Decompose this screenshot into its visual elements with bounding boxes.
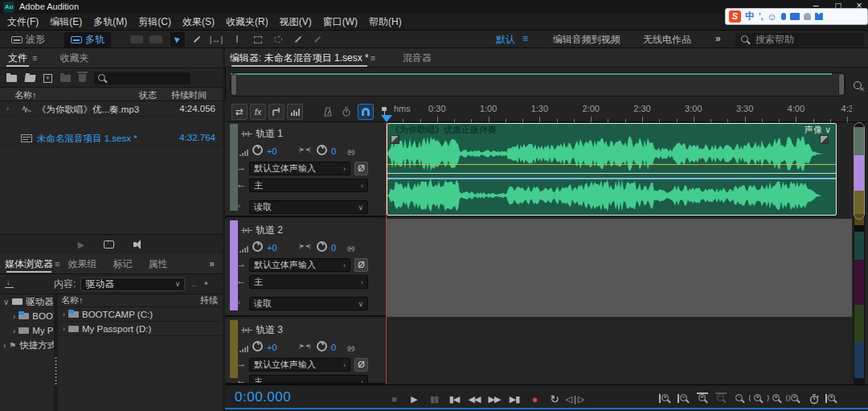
menu-item-7[interactable]: 视图(V) (274, 15, 317, 29)
phase-invert-button[interactable]: Ø (354, 358, 368, 372)
navigator-zoom-icon[interactable] (850, 78, 863, 91)
open-file-icon[interactable] (6, 75, 17, 82)
loop-playback-button[interactable]: ↻ (546, 392, 563, 406)
fx-button[interactable]: fx (250, 104, 266, 120)
play-button[interactable]: ▶ (405, 392, 423, 406)
paintbrush-selection-tool[interactable] (291, 32, 305, 47)
tab-effects-rack[interactable]: 效果组 (59, 254, 104, 273)
pan-value[interactable]: 0 (331, 146, 336, 156)
drive-chevron-icon[interactable]: › (63, 325, 65, 333)
automation-expand-icon[interactable]: › (238, 298, 240, 306)
skip-to-start-button[interactable]: ▮◀ (445, 392, 463, 406)
slip-tool[interactable]: |↔| (209, 32, 223, 47)
tab-editor[interactable]: 编辑器: 未命名混音项目 1.sesx * (225, 48, 374, 68)
track-3-lane[interactable] (386, 319, 852, 384)
metronome-button[interactable] (320, 104, 336, 120)
file-row[interactable]: 未命名混音项目 1.sesx *4:32.764 (0, 131, 223, 146)
tab-markers[interactable]: 标记 (104, 254, 140, 273)
time-display[interactable]: 0:00.000 (235, 389, 291, 405)
zoom-in-left-edge-button[interactable]: +⟨ (753, 393, 768, 406)
timeline-ruler[interactable]: hms 0:301:001:302:002:303:003:304:004:3 (386, 101, 852, 122)
tree-item[interactable]: ›My Passport (D:) (0, 323, 54, 338)
track-2-header[interactable]: 轨道 2MSRI+0|►◄|0((•))→默认立体声输入›Ø←主››读取∨ (225, 219, 386, 317)
menu-item-4[interactable]: 剪辑(C) (133, 15, 177, 29)
bus-routing-button[interactable] (268, 104, 285, 120)
keyboard-icon[interactable] (790, 13, 800, 20)
zoom-in-time-button[interactable]: + (661, 393, 675, 406)
zoom-out-time-button[interactable]: − (679, 393, 694, 406)
stop-button[interactable]: ■ (385, 392, 403, 406)
tree-chevron-icon[interactable]: › (13, 327, 15, 335)
volume-value[interactable]: +0 (267, 243, 277, 253)
clip-gain-icon[interactable]: ılı (390, 204, 397, 212)
track-name[interactable]: 轨道 1 (256, 127, 283, 141)
lasso-selection-tool[interactable] (271, 32, 285, 47)
track-2-automation-mode-select[interactable]: 读取∨ (249, 297, 368, 310)
volume-envelope-line[interactable] (387, 164, 836, 165)
menu-item-8[interactable]: 窗口(W) (317, 15, 363, 29)
auto-play-speaker-button[interactable] (133, 240, 145, 249)
volume-value[interactable]: +0 (267, 343, 277, 352)
zoom-in-selection-button[interactable]: + (698, 393, 712, 406)
automation-expand-icon[interactable]: › (238, 202, 240, 210)
menu-item-3[interactable]: 多轨(M) (88, 15, 133, 29)
files-search-field[interactable] (94, 72, 190, 84)
tab-properties[interactable]: 属性 (140, 254, 175, 273)
skin-icon[interactable] (815, 13, 823, 20)
spot-healing-brush-tool[interactable] (310, 32, 325, 47)
pan-value[interactable]: 0 (331, 343, 336, 352)
track-1-input-select[interactable]: 默认立体声输入› (249, 162, 350, 175)
rewind-button[interactable]: ◀◀ (465, 392, 483, 406)
fast-forward-button[interactable]: ▶▶ (485, 392, 503, 406)
files-column-headers[interactable]: 名称↑ 状态 持续时间 (0, 88, 223, 101)
zoom-to-selection-button[interactable]: +⟨⟩ (790, 393, 805, 406)
track-1-output-select[interactable]: 主› (249, 179, 368, 192)
navigator-right-handle[interactable] (838, 73, 845, 96)
track-3-header[interactable]: 轨道 3MSRI+0|►◄|0((•))→默认立体声输入›Ø←主› (225, 319, 386, 384)
tree-item[interactable]: ∨驱动器 (0, 294, 54, 309)
workspace-edit-audio-video[interactable]: 编辑音频到视频 (553, 33, 620, 47)
import-download-icon[interactable] (5, 280, 14, 288)
workspace-default[interactable]: 默认 (496, 33, 515, 47)
tree-item[interactable]: ›BOOTCAMP (C:) (0, 309, 54, 323)
razor-tool[interactable] (190, 32, 204, 47)
zoom-reset-button[interactable]: · (735, 393, 749, 406)
sogou-logo-icon[interactable]: S (729, 10, 741, 23)
navigator-left-handle[interactable] (231, 73, 237, 96)
tab-files[interactable]: 文件 (0, 48, 35, 68)
drive-row[interactable]: ›BOOTCAMP (C:) (58, 307, 223, 322)
menu-item-5[interactable]: 效果(S) (177, 15, 220, 29)
menu-item-2[interactable]: 编辑(E) (44, 15, 88, 29)
volume-knob[interactable] (252, 145, 263, 155)
menu-item-6[interactable]: 收藏夹(R) (220, 15, 274, 29)
zoom-vertical-button[interactable]: + (827, 393, 841, 406)
mic-icon[interactable] (781, 13, 786, 20)
snap-button[interactable] (358, 104, 374, 120)
tab-favorites[interactable]: 收藏夹 (51, 48, 96, 68)
marquee-selection-tool[interactable] (251, 32, 265, 47)
countdown-timer-button[interactable] (338, 104, 354, 120)
metering-button[interactable] (287, 104, 303, 120)
pan-knob[interactable] (317, 145, 327, 155)
track-2-lane[interactable] (386, 219, 852, 317)
track-2-input-select[interactable]: 默认立体声输入› (249, 258, 350, 272)
tab-mixer[interactable]: 混音器 (395, 48, 440, 68)
phase-invert-button[interactable]: Ø (354, 258, 368, 272)
audio-clip[interactable]: 《为你歌唱》优质正版伴奏 声像 ∨ ılı (387, 123, 837, 216)
import-file-icon[interactable] (24, 75, 35, 82)
pan-knob[interactable] (317, 341, 327, 351)
drive-chevron-icon[interactable]: › (63, 310, 65, 319)
skip-to-end-button[interactable]: ▶▮ (506, 392, 523, 406)
volume-knob[interactable] (252, 241, 263, 252)
track-name[interactable]: 轨道 2 (256, 224, 283, 237)
time-selection-tool[interactable]: I (230, 32, 244, 47)
tree-item[interactable]: ›⚑快捷方式 (0, 338, 54, 352)
workspace-radio-production[interactable]: 无线电作品 (643, 33, 691, 47)
new-content-icon[interactable]: + (43, 74, 52, 83)
track-name[interactable]: 轨道 3 (256, 323, 283, 337)
volume-knob[interactable] (252, 341, 263, 351)
expand-chevron-icon[interactable]: › (6, 105, 9, 113)
tree-chevron-icon[interactable]: › (3, 341, 6, 350)
track-scrollbar[interactable] (854, 122, 865, 384)
multitrack-view-button[interactable]: 多轨 (64, 32, 111, 47)
